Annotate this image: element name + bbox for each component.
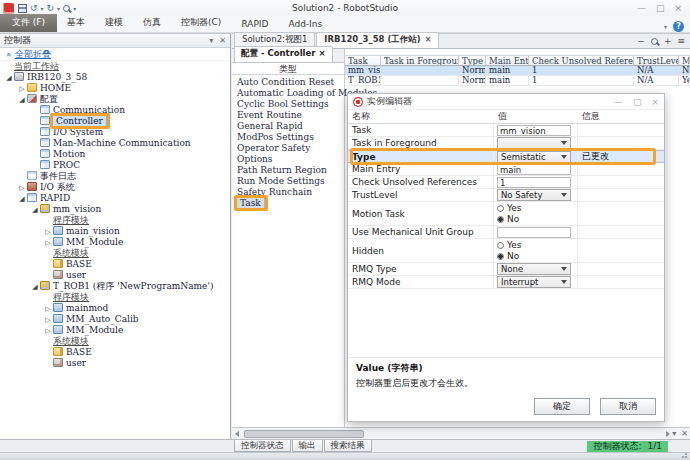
- panel-close-icon[interactable]: ✕: [219, 36, 226, 45]
- scroll-right-icon[interactable]: [666, 431, 670, 437]
- column-header-main-entry[interactable]: Main Entry: [486, 56, 529, 65]
- tree-row-irb120-3-58[interactable]: ◢IRB120_3_58: [0, 72, 230, 83]
- view-zoom-out-icon[interactable]: −: [637, 36, 645, 46]
- rmq-type-select[interactable]: None: [497, 263, 571, 275]
- ribbon-minimize-icon[interactable]: ▾: [664, 23, 667, 30]
- ribbon-tab-rapid[interactable]: RAPID: [231, 17, 278, 32]
- use-mechanical-unit-group-input[interactable]: [497, 227, 571, 238]
- horizontal-scrollbar[interactable]: ▾ ✕: [232, 427, 690, 439]
- ribbon-tab-add-ins[interactable]: Add-Ins: [278, 17, 332, 32]
- tree-row-item[interactable]: 事件日志: [0, 171, 230, 182]
- view-search-icon[interactable]: [651, 38, 658, 45]
- view-list-icon[interactable]: ≡: [677, 36, 685, 46]
- collapse-all-row[interactable]: « 全部折叠: [0, 48, 230, 61]
- trustlevel-select[interactable]: No Safety: [497, 189, 571, 201]
- tree-row-main-vision[interactable]: ▷main_vision: [0, 226, 230, 237]
- task-input[interactable]: mm_vision: [497, 125, 571, 136]
- type-item-options[interactable]: Options: [232, 154, 344, 165]
- tree-row-proc[interactable]: PROC: [0, 160, 230, 171]
- bottom-tab-item[interactable]: 控制器状态: [234, 440, 291, 452]
- expanded-expander-icon[interactable]: ◢: [30, 205, 40, 216]
- column-header-motion-task[interactable]: Motion Task: [679, 56, 690, 65]
- tab-close-icon[interactable]: ×: [318, 48, 325, 58]
- type-item-operator-safety[interactable]: Operator Safety: [232, 143, 344, 154]
- scroll-left-icon[interactable]: [235, 431, 239, 437]
- collapse-all-link[interactable]: 全部折叠: [15, 48, 51, 61]
- column-header-type[interactable]: Type: [459, 56, 486, 65]
- panel-pin-icon[interactable]: ▾: [209, 36, 213, 45]
- column-header-trustlevel[interactable]: TrustLevel: [634, 56, 679, 65]
- tree-row-home[interactable]: ▷HOME: [0, 83, 230, 94]
- rmq-mode-select[interactable]: Interrupt: [497, 276, 571, 288]
- tree-row-user[interactable]: user: [0, 358, 230, 369]
- tree-row-item[interactable]: ◢配置: [0, 94, 230, 105]
- type-select[interactable]: Semistatic: [497, 151, 571, 163]
- tree-row-t-rob1-newprogramname[interactable]: ◢T_ROB1 (程序 'NewProgramName'): [0, 281, 230, 292]
- tree-row-motion[interactable]: Motion: [0, 149, 230, 160]
- maximize-button[interactable]: □: [656, 3, 665, 13]
- dialog-maximize-button[interactable]: □: [633, 97, 642, 107]
- bottom-tab-item[interactable]: 搜索结果: [324, 440, 372, 452]
- task-in-foreground-select[interactable]: [497, 137, 571, 149]
- motion-task-radio-no[interactable]: No: [497, 214, 519, 225]
- tree-row-item[interactable]: 程序模块: [0, 215, 230, 226]
- resize-grip[interactable]: [682, 452, 688, 458]
- column-header-task-in-foreground[interactable]: Task in Foreground: [381, 56, 459, 65]
- tree-row-item[interactable]: 当前工作站: [0, 61, 230, 72]
- expanded-expander-icon[interactable]: ◢: [30, 282, 40, 293]
- bottom-tab-item[interactable]: 输出: [292, 440, 323, 452]
- tree-row-mm-auto-calib[interactable]: ▷MM_Auto_Calib: [0, 314, 230, 325]
- minimize-button[interactable]: —: [637, 3, 646, 13]
- tree-row-base[interactable]: BASE: [0, 347, 230, 358]
- ok-button[interactable]: 确定: [534, 398, 590, 415]
- ribbon-tab-f[interactable]: 文件 (F): [0, 14, 57, 32]
- type-item-run-mode-settings[interactable]: Run Mode Settings: [232, 176, 344, 187]
- view-zoom-in-icon[interactable]: +: [664, 36, 672, 46]
- type-item-modpos-settings[interactable]: ModPos Settings: [232, 132, 344, 143]
- type-item-path-return-region[interactable]: Path Return Region: [232, 165, 344, 176]
- type-item-cyclic-bool-settings[interactable]: Cyclic Bool Settings: [232, 99, 344, 110]
- main-entry-input[interactable]: main: [497, 164, 571, 175]
- doc-tab-irb120-3-58[interactable]: IRB120_3_58 (工作站)×: [316, 32, 439, 48]
- tree-row-mm-module[interactable]: ▷MM_Module: [0, 325, 230, 336]
- motion-task-radio-yes[interactable]: Yes: [497, 203, 522, 214]
- tree-row-man-machine-communication[interactable]: Man-Machine Communication: [0, 138, 230, 149]
- tree-row-item[interactable]: 系统模块: [0, 336, 230, 347]
- tree-row-communication[interactable]: Communication: [0, 105, 230, 116]
- check-unsolved-references-input[interactable]: 1: [497, 177, 571, 188]
- type-item-task[interactable]: Task: [232, 198, 344, 209]
- ribbon-tab-item[interactable]: 基本: [57, 14, 95, 32]
- type-item-event-routine[interactable]: Event Routine: [232, 110, 344, 121]
- type-item-safety-runchain[interactable]: Safety Runchain: [232, 187, 344, 198]
- tree-row-item[interactable]: 系统模块: [0, 248, 230, 259]
- tree-row-item[interactable]: 程序模块: [0, 292, 230, 303]
- type-item-auto-condition-reset[interactable]: Auto Condition Reset: [232, 77, 344, 88]
- tree-row-mm-vision[interactable]: ◢mm_vision: [0, 204, 230, 215]
- tree-row-i-o-system[interactable]: I/O System: [0, 127, 230, 138]
- tree-row-base[interactable]: BASE: [0, 259, 230, 270]
- table-row-t-rob1[interactable]: T_ROB1Normalmain1N/AYes: [345, 76, 690, 86]
- tree-row-controller[interactable]: Controller: [0, 116, 230, 127]
- expanded-expander-icon[interactable]: ◢: [17, 95, 27, 106]
- ribbon-tab-c[interactable]: 控制器(C): [171, 14, 231, 32]
- hidden-radio-no[interactable]: No: [497, 251, 519, 262]
- ribbon-tab-item[interactable]: 仿真: [133, 14, 171, 32]
- type-item-automatic-loading-of-modules[interactable]: Automatic Loading of Modules: [232, 88, 344, 99]
- column-header-check-unsolved-references[interactable]: Check Unsolved References: [529, 56, 634, 65]
- tree-row-i-o[interactable]: ▷I/O 系统: [0, 182, 230, 193]
- doc-tab-close-icon[interactable]: ×: [425, 35, 432, 44]
- ribbon-tab-item[interactable]: 建模: [95, 14, 133, 32]
- cancel-button[interactable]: 取消: [600, 398, 656, 415]
- tree-row-mm-module[interactable]: ▷MM_Module: [0, 237, 230, 248]
- expanded-expander-icon[interactable]: ◢: [17, 194, 27, 205]
- output-pane-close-icon[interactable]: ✕: [681, 429, 688, 438]
- tab-config-controller[interactable]: 配置 - Controller ×: [234, 46, 333, 62]
- help-icon[interactable]: ?: [673, 21, 684, 32]
- tree-row-user[interactable]: user: [0, 270, 230, 281]
- tree-row-rapid[interactable]: ◢RAPID: [0, 193, 230, 204]
- hidden-radio-yes[interactable]: Yes: [497, 240, 522, 251]
- expanded-expander-icon[interactable]: ◢: [4, 73, 14, 84]
- scrollbar-thumb[interactable]: [244, 430, 364, 438]
- dialog-close-button[interactable]: ×: [651, 97, 659, 107]
- column-header-task[interactable]: Task: [345, 56, 381, 65]
